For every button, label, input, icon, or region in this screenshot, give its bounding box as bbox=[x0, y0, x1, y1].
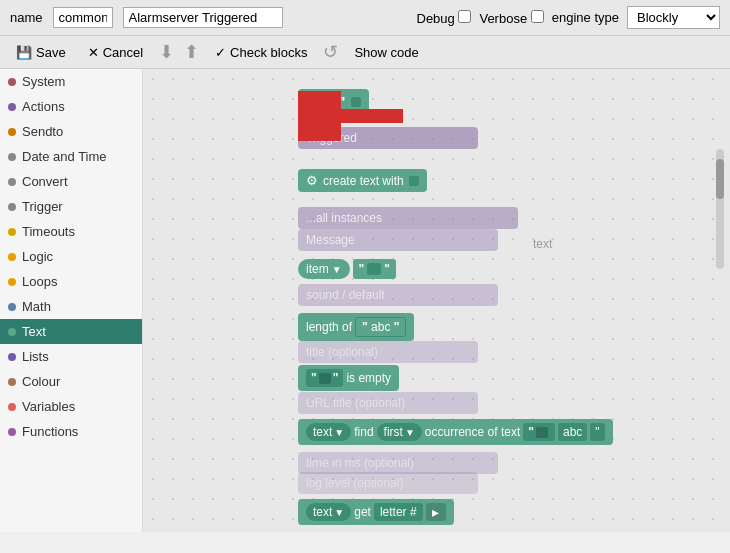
block-is-empty[interactable]: " " is empty bbox=[298, 365, 399, 391]
sidebar-item-lists[interactable]: Lists bbox=[0, 344, 142, 369]
cancel-icon: ✕ bbox=[88, 45, 99, 60]
colour-dot bbox=[8, 378, 16, 386]
sidebar-item-logic[interactable]: Logic bbox=[0, 244, 142, 269]
toolbar-sep1: ⬇ bbox=[159, 41, 174, 63]
save-button[interactable]: 💾 Save bbox=[10, 42, 72, 63]
debug-label: Debug bbox=[417, 10, 472, 26]
block-find-occurrence[interactable]: text ▼ find first ▼ occurrence of text "… bbox=[298, 419, 613, 445]
sidebar-item-variables[interactable]: Variables bbox=[0, 394, 142, 419]
letter-hash-connector[interactable]: ▸ bbox=[426, 503, 446, 521]
verbose-label: Verbose bbox=[479, 10, 543, 26]
gear-icon: ⚙ bbox=[306, 173, 318, 188]
sidebar-item-math[interactable]: Math bbox=[0, 294, 142, 319]
bg-sound-block: sound / default bbox=[298, 284, 498, 306]
actions-dot bbox=[8, 103, 16, 111]
bg-loglevel-block: log level (optional) bbox=[298, 472, 478, 494]
scrollbar-thumb[interactable] bbox=[716, 159, 724, 199]
check-blocks-button[interactable]: ✓ Check blocks bbox=[209, 42, 313, 63]
sidebar-item-functions[interactable]: Functions bbox=[0, 419, 142, 444]
title-input[interactable] bbox=[123, 7, 283, 28]
sidebar-item-text[interactable]: Text bbox=[0, 319, 142, 344]
sidebar-item-colour[interactable]: Colour bbox=[0, 369, 142, 394]
system-dot bbox=[8, 78, 16, 86]
sidebar-item-trigger[interactable]: Trigger bbox=[0, 194, 142, 219]
functions-dot bbox=[8, 428, 16, 436]
math-dot bbox=[8, 303, 16, 311]
main-layout: System Actions Sendto Date and Time Conv… bbox=[0, 69, 730, 532]
show-code-button[interactable]: Show code bbox=[348, 42, 424, 63]
sidebar-item-loops[interactable]: Loops bbox=[0, 269, 142, 294]
block-get-letter[interactable]: text ▼ get letter # ▸ bbox=[298, 499, 454, 525]
engine-select[interactable]: Blockly JavaScript bbox=[627, 6, 720, 29]
convert-dot bbox=[8, 178, 16, 186]
sidebar-item-system[interactable]: System bbox=[0, 69, 142, 94]
sendto-dot bbox=[8, 128, 16, 136]
block-create-text[interactable]: ⚙ create text with bbox=[298, 169, 427, 192]
toolbar: 💾 Save ✕ Cancel ⬇ ⬆ ✓ Check blocks ↺ Sho… bbox=[0, 36, 730, 69]
sidebar-item-convert[interactable]: Convert bbox=[0, 169, 142, 194]
variables-dot bbox=[8, 403, 16, 411]
canvas-area[interactable]: " " Triggered ⚙ create text with ...all … bbox=[143, 69, 730, 532]
engine-label: engine type bbox=[552, 10, 619, 25]
save-icon: 💾 bbox=[16, 45, 32, 60]
debug-area: Debug Verbose engine type Blockly JavaSc… bbox=[417, 6, 721, 29]
block-item[interactable]: item ▼ " " bbox=[298, 259, 396, 279]
trigger-dot bbox=[8, 203, 16, 211]
toolbar-sep3: ↺ bbox=[323, 41, 338, 63]
sidebar-item-actions[interactable]: Actions bbox=[0, 94, 142, 119]
bg-url-title-block: URL title (optional) bbox=[298, 392, 478, 414]
check-icon: ✓ bbox=[215, 45, 226, 60]
sidebar: System Actions Sendto Date and Time Conv… bbox=[0, 69, 143, 532]
bg-title-block: title (optional) bbox=[298, 341, 478, 363]
top-bar: name Debug Verbose engine type Blockly J… bbox=[0, 0, 730, 36]
bg-message-block: Message bbox=[298, 229, 498, 251]
text-label-right: text bbox=[533, 237, 552, 251]
toolbar-sep2: ⬆ bbox=[184, 41, 199, 63]
lists-dot bbox=[8, 353, 16, 361]
text-dot bbox=[8, 328, 16, 336]
sidebar-item-timeouts[interactable]: Timeouts bbox=[0, 219, 142, 244]
red-arrow bbox=[298, 91, 408, 141]
name-input[interactable] bbox=[53, 7, 113, 28]
scrollbar-track bbox=[716, 149, 724, 269]
bg-time-block: time in ms (optional) bbox=[298, 452, 498, 474]
logic-dot bbox=[8, 253, 16, 261]
name-label: name bbox=[10, 10, 43, 25]
datetime-dot bbox=[8, 153, 16, 161]
verbose-checkbox[interactable] bbox=[531, 10, 544, 23]
loops-dot bbox=[8, 278, 16, 286]
canvas-scrollbar[interactable] bbox=[714, 69, 726, 532]
block-length-of[interactable]: length of " abc " bbox=[298, 313, 414, 341]
sidebar-item-datetime[interactable]: Date and Time bbox=[0, 144, 142, 169]
timeouts-dot bbox=[8, 228, 16, 236]
sidebar-item-sendto[interactable]: Sendto bbox=[0, 119, 142, 144]
bg-all-instances-block: ...all instances bbox=[298, 207, 518, 229]
debug-checkbox[interactable] bbox=[458, 10, 471, 23]
cancel-button[interactable]: ✕ Cancel bbox=[82, 42, 149, 63]
